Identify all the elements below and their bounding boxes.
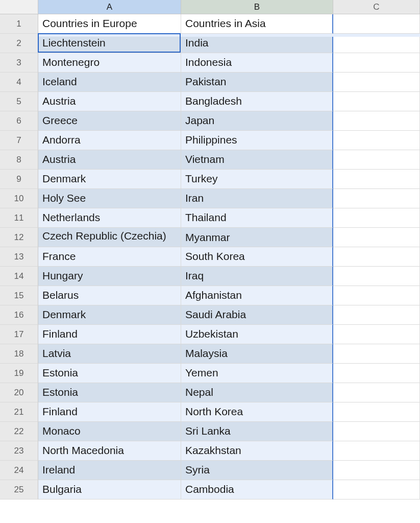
cell-a21[interactable]: Finland (38, 402, 181, 422)
cell-b17[interactable]: Uzbekistan (181, 325, 333, 344)
row-header-21[interactable]: 21 (0, 402, 38, 422)
row-header-16[interactable]: 16 (0, 305, 38, 325)
row-header-5[interactable]: 5 (0, 92, 38, 111)
cell-c13[interactable] (333, 247, 420, 267)
cell-a7[interactable]: Andorra (38, 131, 181, 150)
cell-c20[interactable] (333, 383, 420, 402)
cell-c3[interactable] (333, 53, 420, 73)
col-header-a[interactable]: A (38, 0, 181, 14)
cell-b18[interactable]: Malaysia (181, 344, 333, 364)
cell-a25[interactable]: Bulgaria (38, 480, 181, 500)
cell-c12[interactable] (333, 228, 420, 247)
cell-a24[interactable]: Ireland (38, 461, 181, 480)
cell-c22[interactable] (333, 422, 420, 441)
cell-b10[interactable]: Iran (181, 189, 333, 208)
cell-b13[interactable]: South Korea (181, 247, 333, 267)
row-header-18[interactable]: 18 (0, 344, 38, 364)
cell-a19[interactable]: Estonia (38, 364, 181, 383)
cell-b3[interactable]: Indonesia (181, 53, 333, 73)
cell-a16[interactable]: Denmark (38, 305, 181, 325)
cell-b6[interactable]: Japan (181, 111, 333, 131)
cell-a12[interactable]: Czech Republic (Czechia) (38, 228, 181, 247)
cell-c1[interactable] (333, 14, 420, 34)
cell-a17[interactable]: Finland (38, 325, 181, 344)
row-header-2[interactable]: 2 (0, 34, 38, 53)
cell-c17[interactable] (333, 325, 420, 344)
cell-c8[interactable] (333, 150, 420, 170)
cell-c7[interactable] (333, 131, 420, 150)
cell-b20[interactable]: Nepal (181, 383, 333, 402)
row-header-17[interactable]: 17 (0, 325, 38, 344)
row-header-15[interactable]: 15 (0, 286, 38, 305)
cell-b16[interactable]: Saudi Arabia (181, 305, 333, 325)
cell-b14[interactable]: Iraq (181, 267, 333, 286)
cell-b9[interactable]: Turkey (181, 170, 333, 189)
cell-b24[interactable]: Syria (181, 461, 333, 480)
cell-c18[interactable] (333, 344, 420, 364)
cell-c11[interactable] (333, 208, 420, 228)
cell-b15[interactable]: Afghanistan (181, 286, 333, 305)
row-header-12[interactable]: 12 (0, 228, 38, 247)
cell-b8[interactable]: Vietnam (181, 150, 333, 170)
cell-a15[interactable]: Belarus (38, 286, 181, 305)
cell-c24[interactable] (333, 461, 420, 480)
row-header-1[interactable]: 1 (0, 14, 38, 34)
cell-a5[interactable]: Austria (38, 92, 181, 111)
cell-c5[interactable] (333, 92, 420, 111)
cell-c4[interactable] (333, 73, 420, 92)
cell-a14[interactable]: Hungary (38, 267, 181, 286)
row-header-7[interactable]: 7 (0, 131, 38, 150)
cell-b11[interactable]: Thailand (181, 208, 333, 228)
cell-a8[interactable]: Austria (38, 150, 181, 170)
cell-a10[interactable]: Holy See (38, 189, 181, 208)
cell-c23[interactable] (333, 441, 420, 461)
cell-a13[interactable]: France (38, 247, 181, 267)
cell-c25[interactable] (333, 480, 420, 500)
row-header-9[interactable]: 9 (0, 170, 38, 189)
cell-a23[interactable]: North Macedonia (38, 441, 181, 461)
cell-c19[interactable] (333, 364, 420, 383)
cell-a3[interactable]: Montenegro (38, 53, 181, 73)
row-header-23[interactable]: 23 (0, 441, 38, 461)
cell-a4[interactable]: Iceland (38, 73, 181, 92)
cell-c14[interactable] (333, 267, 420, 286)
row-header-11[interactable]: 11 (0, 208, 38, 228)
row-header-25[interactable]: 25 (0, 480, 38, 500)
cell-b4[interactable]: Pakistan (181, 73, 333, 92)
cell-c10[interactable] (333, 189, 420, 208)
cell-a9[interactable]: Denmark (38, 170, 181, 189)
cell-a11[interactable]: Netherlands (38, 208, 181, 228)
cell-c16[interactable] (333, 305, 420, 325)
cell-b19[interactable]: Yemen (181, 364, 333, 383)
cell-b21[interactable]: North Korea (181, 402, 333, 422)
select-all-corner[interactable] (0, 0, 38, 14)
cell-c15[interactable] (333, 286, 420, 305)
cell-c9[interactable] (333, 170, 420, 189)
col-header-b[interactable]: B (181, 0, 333, 14)
row-header-3[interactable]: 3 (0, 53, 38, 73)
cell-a20[interactable]: Estonia (38, 383, 181, 402)
cell-b25[interactable]: Cambodia (181, 480, 333, 500)
cell-b22[interactable]: Sri Lanka (181, 422, 333, 441)
row-header-20[interactable]: 20 (0, 383, 38, 402)
row-header-22[interactable]: 22 (0, 422, 38, 441)
row-header-13[interactable]: 13 (0, 247, 38, 267)
row-header-8[interactable]: 8 (0, 150, 38, 170)
cell-b12[interactable]: Myanmar (181, 228, 333, 247)
cell-b23[interactable]: Kazakhstan (181, 441, 333, 461)
row-header-14[interactable]: 14 (0, 267, 38, 286)
cell-c21[interactable] (333, 402, 420, 422)
cell-a6[interactable]: Greece (38, 111, 181, 131)
row-header-6[interactable]: 6 (0, 111, 38, 131)
row-header-19[interactable]: 19 (0, 364, 38, 383)
row-header-4[interactable]: 4 (0, 73, 38, 92)
cell-b5[interactable]: Bangladesh (181, 92, 333, 111)
row-header-24[interactable]: 24 (0, 461, 38, 480)
spreadsheet-grid[interactable]: A B C 1 Countries in Europe Countries in… (0, 0, 420, 500)
cell-b1[interactable]: Countries in Asia (181, 14, 333, 34)
cell-a22[interactable]: Monaco (38, 422, 181, 441)
col-header-c[interactable]: C (333, 0, 420, 14)
row-header-10[interactable]: 10 (0, 189, 38, 208)
cell-b7[interactable]: Philippines (181, 131, 333, 150)
cell-a1[interactable]: Countries in Europe (38, 14, 181, 34)
